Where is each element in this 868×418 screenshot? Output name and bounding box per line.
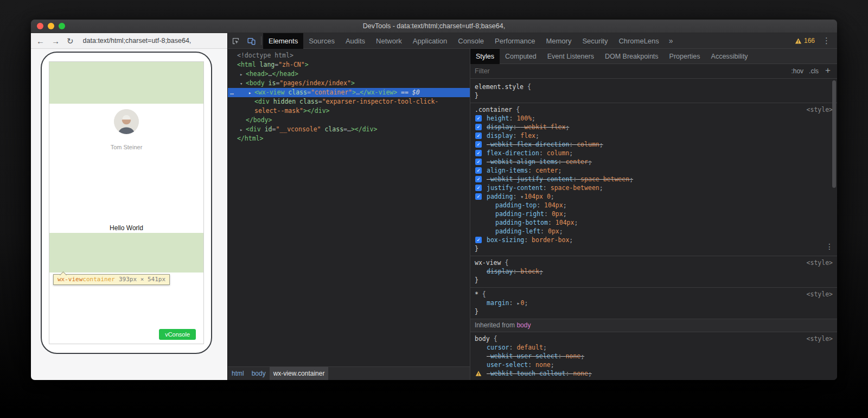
css-property[interactable]: cursor: default;	[470, 343, 837, 352]
property-checkbox[interactable]: ✓	[475, 159, 482, 165]
expand-right-icon[interactable]: ▸	[240, 125, 246, 135]
expand-right-icon[interactable]: ▸	[248, 88, 254, 98]
css-property[interactable]: margin: ▸0;	[470, 299, 837, 307]
device-screen[interactable]: Tom Steiner Hello World wx-viewcontainer…	[49, 61, 204, 344]
css-selector[interactable]: wx-view	[475, 258, 501, 267]
dom-tree-line[interactable]: select--mask"></div>	[228, 106, 470, 116]
inspect-element-icon[interactable]	[228, 33, 244, 48]
property-checkbox[interactable]: ✓	[475, 167, 482, 174]
minimize-window-button[interactable]	[48, 23, 54, 29]
tab-performance[interactable]: Performance	[489, 33, 540, 49]
breadcrumb-item-wx-view-container[interactable]: wx-view.container	[270, 367, 329, 380]
styles-scrollbar[interactable]	[832, 79, 837, 380]
css-property[interactable]: display: block;	[470, 267, 837, 276]
css-property[interactable]: padding-right: 0px;	[470, 210, 837, 218]
property-checkbox[interactable]: ✓	[475, 193, 482, 200]
tab-application[interactable]: Application	[407, 33, 453, 49]
css-property[interactable]: padding-top: 104px;	[470, 201, 837, 210]
device-toolbar-icon[interactable]	[244, 33, 259, 48]
sidebar-tab-computed[interactable]: Computed	[500, 49, 542, 64]
dom-tree-line[interactable]: ▸<div id="__vconsole" class=…></div>	[228, 125, 470, 134]
dom-tree-line[interactable]: ▾<body is="pages/index/index">	[228, 79, 470, 88]
style-origin-link[interactable]: <style>	[807, 258, 833, 267]
css-property[interactable]: ✓align-items: center;	[470, 166, 837, 175]
forward-icon[interactable]: →	[52, 37, 60, 45]
css-property[interactable]: padding-bottom: 104px;	[470, 218, 837, 227]
css-selector[interactable]: body	[475, 334, 490, 343]
css-property[interactable]: ✓-webkit-flex-direction: column;	[470, 140, 837, 149]
pseudo-class-toggle[interactable]: :hov	[791, 67, 803, 75]
css-property[interactable]: padding-left: 0px;	[470, 227, 837, 236]
expand-down-icon[interactable]: ▾	[240, 79, 246, 88]
breadcrumb-item-body[interactable]: body	[248, 367, 270, 380]
css-property[interactable]: ✓box-sizing: border-box;	[470, 236, 837, 244]
property-checkbox[interactable]: ✓	[475, 124, 482, 130]
css-property[interactable]: ✓justify-content: space-between;	[470, 183, 837, 192]
dom-tree-line[interactable]: <html lang="zh-CN">	[228, 60, 470, 69]
vconsole-button[interactable]: vConsole	[159, 329, 196, 340]
property-checkbox[interactable]: ✓	[475, 141, 482, 148]
new-style-rule-button[interactable]: +	[825, 65, 831, 76]
tab-network[interactable]: Network	[371, 33, 407, 49]
expand-right-icon[interactable]: ▸	[240, 70, 246, 79]
css-property[interactable]: -webkit-touch-callout: none;	[470, 369, 837, 378]
dom-tree-line[interactable]: </body>	[228, 116, 470, 125]
reload-icon[interactable]: ↻	[67, 37, 74, 45]
dom-tree-line[interactable]: <!doctype html>	[228, 51, 470, 60]
css-property[interactable]: ✓-webkit-align-items: center;	[470, 157, 837, 166]
css-property[interactable]: ✓-webkit-justify-content: space-between;	[470, 175, 837, 183]
tab-audits[interactable]: Audits	[340, 33, 371, 49]
css-selector[interactable]: .container	[475, 105, 512, 114]
css-property[interactable]: -webkit-user-select: none;	[470, 352, 837, 360]
breadcrumb-item-html[interactable]: html	[228, 367, 248, 380]
window-titlebar[interactable]: DevTools - data:text/html;charset=utf-8;…	[31, 20, 837, 33]
zoom-window-button[interactable]	[59, 23, 65, 29]
dom-tree-line[interactable]: ▸<head>…</head>	[228, 69, 470, 79]
css-property[interactable]: user-select: none;	[470, 360, 837, 369]
css-property[interactable]: ✓height: 100%;	[470, 114, 837, 123]
tab-memory[interactable]: Memory	[540, 33, 577, 49]
close-window-button[interactable]	[37, 23, 43, 29]
console-warning-counter[interactable]: 166	[792, 37, 818, 45]
dom-tree-line[interactable]: </html>	[228, 134, 470, 143]
more-tabs-button[interactable]: »	[665, 33, 678, 49]
tab-chromelens[interactable]: ChromeLens	[613, 33, 664, 49]
tab-console[interactable]: Console	[452, 33, 489, 49]
css-property-name: box-sizing	[487, 236, 524, 244]
sidebar-tab-properties[interactable]: Properties	[664, 49, 706, 64]
style-origin-link[interactable]: <style>	[807, 290, 833, 299]
dom-tree-line[interactable]: <div hidden class="exparser-inspector-to…	[228, 97, 470, 106]
node-actions-icon[interactable]: …	[230, 88, 234, 97]
property-checkbox[interactable]: ✓	[475, 237, 482, 243]
inherited-from-link[interactable]: body	[516, 321, 531, 329]
scrollbar-thumb[interactable]	[832, 80, 836, 188]
sidebar-tab-accessibility[interactable]: Accessibility	[706, 49, 754, 64]
sidebar-tab-dom-breakpoints[interactable]: DOM Breakpoints	[599, 49, 664, 64]
class-toggle[interactable]: .cls	[809, 67, 819, 75]
property-checkbox[interactable]: ✓	[475, 132, 482, 139]
css-property[interactable]: ✓flex-direction: column;	[470, 149, 837, 157]
styles-filter-input[interactable]	[475, 67, 786, 75]
tab-security[interactable]: Security	[577, 33, 613, 49]
property-checkbox[interactable]: ✓	[475, 176, 482, 182]
property-checkbox[interactable]: ✓	[475, 115, 482, 122]
css-selector[interactable]: element.style	[475, 83, 524, 91]
style-origin-link[interactable]: <style>	[807, 334, 833, 343]
sidebar-tab-event-listeners[interactable]: Event Listeners	[542, 49, 599, 64]
sidebar-tab-styles[interactable]: Styles	[470, 49, 500, 64]
shorthand-expanded-icon[interactable]: ▾	[520, 194, 524, 200]
css-property[interactable]: ✓padding: ▾104px 0;	[470, 192, 837, 201]
tab-elements[interactable]: Elements	[263, 33, 303, 49]
url-text[interactable]: data:text/html;charset=utf-8;base64,	[83, 37, 192, 45]
style-origin-link[interactable]: <style>	[807, 105, 833, 114]
dom-tree-line[interactable]: …▸<wx-view class="container">…</wx-view>…	[228, 88, 470, 97]
kebab-menu-icon[interactable]: ⋮	[818, 36, 835, 46]
shorthand-collapsed-icon[interactable]: ▸	[516, 300, 520, 306]
css-selector[interactable]: *	[475, 290, 478, 299]
css-property[interactable]: ✓display: -webkit-flex;	[470, 123, 837, 131]
property-checkbox[interactable]: ✓	[475, 185, 482, 191]
tab-sources[interactable]: Sources	[303, 33, 340, 49]
property-checkbox[interactable]: ✓	[475, 150, 482, 156]
back-icon[interactable]: ←	[36, 37, 44, 45]
css-property[interactable]: ✓display: flex;	[470, 131, 837, 140]
